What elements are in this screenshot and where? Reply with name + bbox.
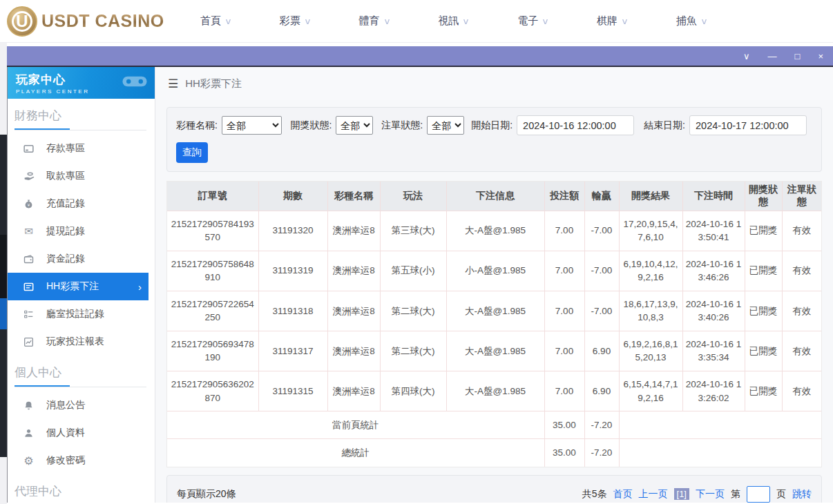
sidebar-section-title: 財務中心 (8, 99, 155, 124)
table-cell: 2024-10-16 13:35:34 (682, 331, 745, 371)
site-header: U USDT CASINO 首頁∨彩票∨體育∨視訊∨電子∨棋牌∨捕魚∨ (0, 0, 833, 43)
site-logo[interactable]: U USDT CASINO (0, 6, 173, 37)
sidebar-item-label: 取款專區 (46, 170, 85, 182)
jump-page-input[interactable] (747, 486, 770, 503)
start-date-input[interactable] (517, 115, 634, 135)
table-cell: 6,19,2,16,8,15,20,13 (619, 331, 682, 371)
sidebar-item-label: 個人資料 (46, 427, 85, 439)
table-cell: 6,19,10,4,12,9,2,16 (619, 251, 682, 291)
sidebar-item-profile[interactable]: 個人資料 (8, 419, 155, 447)
next-page-link[interactable]: 下一页 (696, 488, 725, 501)
order-status-select[interactable]: 全部 (427, 116, 464, 135)
table-cell: -7.00 (584, 291, 619, 331)
jump-link[interactable]: 跳转 (792, 488, 812, 501)
table-cell: 小-A盤@1.985 (446, 251, 544, 291)
nav-item-label: 電子 (517, 14, 538, 28)
sidebar-menu: 財務中心存款專區取款專區¥充值記錄✉提現記錄資金記錄HH彩票下注›廳室投註記錄玩… (8, 99, 155, 503)
pagination-controls: 共5条 首页 上一页 [1] 下一页 第 页 跳转 (582, 486, 812, 503)
column-header: 下注時間 (682, 182, 745, 211)
table-cell: 有效 (782, 371, 821, 411)
sidebar-item-withdraw[interactable]: 取款專區 (8, 162, 155, 190)
table-cell: 7.00 (544, 291, 584, 331)
sidebar-item-label: 資金記錄 (46, 253, 85, 265)
sidebar-item-deposit[interactable]: 存款專區 (8, 135, 155, 162)
table-cell: 澳洲幸运8 (327, 251, 380, 291)
nav-item-label: 彩票 (280, 14, 300, 28)
chevron-down-icon: ∨ (700, 17, 708, 26)
jump-label-prefix: 第 (731, 488, 740, 501)
table-cell: 大-A盤@1.985 (446, 331, 544, 371)
table-cell: 已開獎 (745, 251, 782, 291)
current-page-indicator[interactable]: [1] (674, 488, 689, 500)
summary-row: 當前頁統計35.00-7.20 (167, 411, 821, 439)
sidebar-item-withdrawal-records[interactable]: ✉提現記錄 (8, 217, 155, 245)
table-cell: 有效 (782, 331, 821, 371)
table-row: 215217290572265425031191318澳洲幸运8第二球(大)大-… (167, 291, 821, 331)
table-cell: 2152172905722654250 (167, 291, 258, 331)
table-cell: 7.00 (544, 211, 584, 251)
table-cell: 18,6,17,13,9,10,8,3 (619, 291, 682, 331)
nav-item-6[interactable]: 捕魚∨ (676, 14, 707, 28)
sidebar-header: 玩家中心 PLAYERS CENTER (8, 67, 155, 99)
column-header: 期數 (258, 182, 327, 211)
draw-status-label: 開獎狀態: (290, 119, 332, 132)
sidebar-item-announcements[interactable]: 消息公告 (8, 391, 155, 419)
lottery-select[interactable]: 全部 (222, 116, 283, 135)
prev-page-link[interactable]: 上一页 (639, 488, 668, 501)
wallet-icon (23, 254, 35, 264)
filter-panel: 彩種名稱: 全部 開獎狀態: 全部 注單狀態: 全部 開始日期: 結束日期: 查… (166, 107, 822, 172)
bell-icon (23, 400, 35, 411)
query-button[interactable]: 查詢 (176, 142, 208, 163)
sidebar: 玩家中心 PLAYERS CENTER 財務中心存款專區取款專區¥充值記錄✉提現… (8, 67, 155, 503)
table-cell: 7.00 (544, 251, 584, 291)
summary-label: 當前頁統計 (167, 411, 544, 439)
background-fragment (0, 329, 7, 457)
table-cell: 第三球(大) (380, 211, 446, 251)
sidebar-item-room-bet-records[interactable]: 廳室投註記錄 (8, 300, 155, 328)
table-cell: 澳洲幸运8 (327, 211, 380, 251)
column-header: 投注額 (544, 182, 584, 211)
draw-status-select[interactable]: 全部 (336, 116, 373, 135)
column-header: 開獎結果 (619, 182, 682, 211)
sidebar-item-funds-records[interactable]: 資金記錄 (8, 245, 155, 273)
nav-item-2[interactable]: 體育∨ (359, 14, 390, 28)
table-cell: 大-A盤@1.985 (446, 291, 544, 331)
sidebar-item-change-password[interactable]: ⚙修改密碼 (8, 447, 155, 474)
nav-item-0[interactable]: 首頁∨ (200, 14, 231, 28)
section-underline (15, 128, 146, 130)
window-collapse-icon[interactable]: ∨ (743, 52, 750, 61)
summary-row: 總統計35.00-7.20 (167, 439, 821, 467)
summary-bet-total: 35.00 (544, 411, 584, 439)
chevron-down-icon: ∨ (462, 17, 470, 26)
sidebar-item-player-bet-report[interactable]: 玩家投注報表 (8, 328, 155, 356)
sidebar-item-recharge-records[interactable]: ¥充值記錄 (8, 190, 155, 217)
page-size-text: 每頁顯示20條 (177, 488, 236, 501)
nav-item-3[interactable]: 視訊∨ (438, 14, 469, 28)
first-page-link[interactable]: 首页 (613, 488, 633, 501)
nav-item-1[interactable]: 彩票∨ (280, 14, 311, 28)
nav-item-label: 棋牌 (597, 14, 617, 28)
table-cell: 澳洲幸运8 (327, 331, 380, 371)
summary-label: 總統計 (167, 439, 544, 467)
table-cell: 已開獎 (745, 371, 782, 411)
nav-item-4[interactable]: 電子∨ (517, 14, 548, 28)
table-cell: 17,20,9,15,4,7,6,10 (619, 211, 682, 251)
table-cell: 2024-10-16 13:50:41 (682, 211, 745, 251)
sidebar-item-label: 充值記錄 (46, 197, 85, 210)
table-row: 215217290575864891031191319澳洲幸运8第五球(小)小-… (167, 251, 821, 291)
column-header: 玩法 (380, 182, 446, 211)
sidebar-item-hh-lottery-bets[interactable]: HH彩票下注› (8, 273, 149, 300)
table-header: 訂單號期數彩種名稱玩法下注信息投注額輸贏開獎結果下注時間開獎狀態注單狀態 (167, 182, 821, 211)
window-controls: ∨ — □ × (743, 52, 833, 61)
window-maximize-icon[interactable]: □ (795, 52, 801, 61)
column-header: 下注信息 (446, 182, 544, 211)
window-close-icon[interactable]: × (818, 52, 823, 61)
summary-bet-total: 35.00 (544, 439, 584, 467)
table-cell: 31191317 (258, 331, 327, 371)
end-date-input[interactable] (689, 115, 807, 135)
total-count-text: 共5条 (582, 488, 607, 501)
sidebar-item-label: 消息公告 (46, 399, 85, 411)
menu-toggle-icon[interactable]: ☰ (168, 77, 178, 91)
window-minimize-icon[interactable]: — (768, 52, 777, 61)
nav-item-5[interactable]: 棋牌∨ (597, 14, 628, 28)
